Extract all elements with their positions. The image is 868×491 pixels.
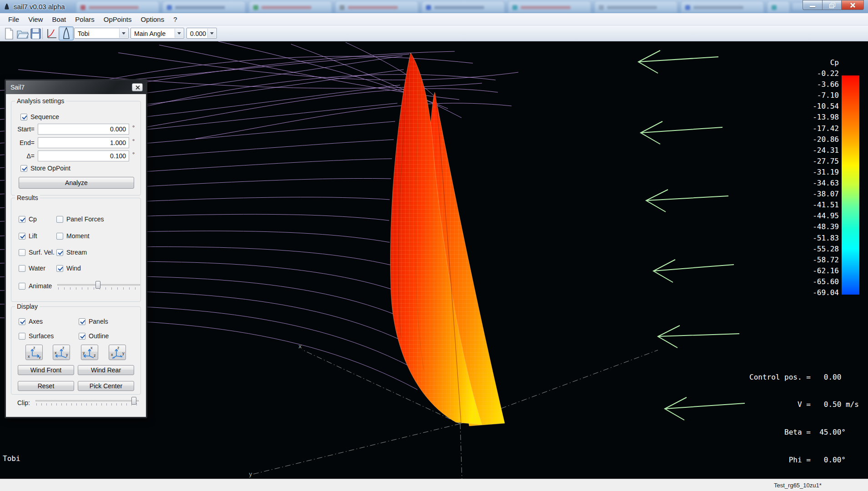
view-3d-button[interactable]: z x y	[109, 345, 126, 360]
panels-checkbox[interactable]	[79, 318, 85, 325]
statusbar: Test_rg65_10zu1*	[0, 479, 868, 491]
cp-legend-value: -17.42	[773, 123, 839, 134]
mode-select[interactable]: Main Angle	[130, 28, 184, 39]
mode-select-value: Main Angle	[134, 30, 166, 37]
panels-label: Panels	[89, 318, 108, 325]
toolbar: Tobi Main Angle 0.000	[0, 25, 868, 41]
menu-oppoints[interactable]: OpPoints	[99, 14, 136, 25]
results-group: Results Cp Panel Forces Lift Moment Surf…	[11, 198, 141, 302]
panel-forces-label: Panel Forces	[66, 215, 104, 223]
reset-button[interactable]: Reset	[18, 381, 74, 391]
delta-unit: °	[132, 151, 135, 158]
cp-legend-value: -24.31	[773, 145, 839, 156]
sail-3d-view-button[interactable]	[59, 26, 74, 40]
titlebar[interactable]: sail7 v0.03 alpha	[0, 0, 868, 13]
cp-legend-value: -44.95	[773, 210, 839, 221]
axes-icon: z x y	[27, 346, 41, 359]
save-icon[interactable]	[30, 28, 41, 41]
stream-checkbox[interactable]	[56, 249, 63, 256]
end-input[interactable]: 1.000	[38, 137, 129, 148]
close-icon	[135, 85, 140, 90]
sequence-checkbox[interactable]	[20, 114, 27, 120]
surf-vel-checkbox[interactable]	[19, 249, 25, 256]
viewport-3d[interactable]: x y Cp -0.22 -3.66 -7.10 -10.54 -13.98 -…	[0, 41, 868, 479]
menu-file[interactable]: File	[4, 14, 24, 25]
svg-text:z: z	[94, 353, 96, 358]
slider-thumb[interactable]	[131, 397, 136, 405]
svg-text:y: y	[66, 352, 68, 357]
view-yz-button[interactable]: z x y	[53, 345, 70, 360]
sequence-label: Sequence	[30, 113, 59, 120]
axes-checkbox[interactable]	[19, 318, 25, 325]
open-folder-icon[interactable]	[16, 28, 29, 41]
phi-line: Phi = 0.00°	[749, 456, 859, 465]
cp-legend-value: -58.72	[773, 255, 839, 266]
surfaces-label: Surfaces	[29, 332, 54, 340]
water-checkbox[interactable]	[19, 265, 25, 272]
wind-front-button[interactable]: Wind Front	[18, 365, 74, 375]
beta-line: Beta = 45.00°	[749, 428, 859, 437]
svg-text:y: y	[39, 355, 41, 359]
restore-button[interactable]	[822, 0, 842, 10]
minimize-icon	[810, 6, 815, 7]
delta-label: Δ=	[11, 152, 35, 160]
minimize-button[interactable]	[803, 0, 822, 10]
start-label: Start=	[11, 125, 35, 133]
dialog-titlebar[interactable]: Sail7	[6, 80, 146, 94]
cp-legend-value: -20.86	[773, 134, 839, 145]
outline-label: Outline	[89, 332, 109, 340]
dialog-close-button[interactable]	[132, 83, 143, 91]
project-file-name: Test_rg65_10zu1*	[774, 482, 822, 489]
outline-checkbox[interactable]	[79, 333, 85, 340]
polar-graph-icon	[46, 28, 58, 40]
window-controls	[803, 0, 864, 11]
view-xy-button[interactable]: x y z	[81, 345, 98, 360]
animate-checkbox[interactable]	[19, 283, 25, 290]
moment-checkbox[interactable]	[56, 233, 63, 240]
cp-checkbox[interactable]	[19, 216, 25, 223]
menu-view[interactable]: View	[24, 14, 47, 25]
slider-thumb[interactable]	[95, 281, 100, 289]
sail7-dialog: Sail7 Analysis settings Sequence Start= …	[5, 79, 147, 418]
cp-legend-title: Cp	[773, 57, 839, 68]
window-title: sail7 v0.03 alpha	[14, 3, 65, 10]
clip-label: Clip:	[17, 399, 33, 406]
start-input[interactable]: 0.000	[38, 124, 129, 135]
menu-polars[interactable]: Polars	[70, 14, 99, 25]
new-document-icon[interactable]	[4, 28, 15, 41]
svg-text:x: x	[90, 346, 93, 350]
lift-checkbox[interactable]	[19, 233, 25, 240]
analyze-button[interactable]: Analyze	[19, 177, 134, 189]
animate-speed-slider[interactable]	[57, 281, 140, 291]
clip-slider[interactable]	[35, 396, 139, 406]
menu-help[interactable]: ?	[169, 14, 181, 25]
svg-text:z: z	[33, 346, 35, 350]
menu-boat[interactable]: Boat	[47, 14, 70, 25]
chevron-down-icon[interactable]	[175, 29, 183, 38]
close-button[interactable]	[842, 0, 864, 10]
pick-center-button[interactable]: Pick Center	[78, 381, 134, 391]
cp-legend-value: -65.60	[773, 276, 839, 287]
store-oppoint-checkbox[interactable]	[20, 165, 27, 172]
chevron-down-icon[interactable]	[119, 29, 128, 38]
wind-checkbox[interactable]	[56, 265, 63, 272]
surfaces-checkbox[interactable]	[19, 333, 25, 340]
cp-legend-value: -41.51	[773, 200, 839, 210]
polar-view-button[interactable]	[44, 26, 59, 40]
boat-select[interactable]: Tobi	[74, 28, 129, 39]
analysis-settings-label: Analysis settings	[15, 97, 66, 105]
velocity-line: V = 0.50 m/s	[749, 400, 859, 409]
lift-label: Lift	[29, 232, 37, 240]
axes-label: Axes	[29, 318, 43, 325]
view-xz-button[interactable]: z x y	[25, 345, 43, 360]
start-value: 0.000	[110, 125, 126, 133]
chevron-down-icon[interactable]	[207, 29, 216, 38]
menu-options[interactable]: Options	[136, 14, 169, 25]
panel-forces-checkbox[interactable]	[56, 216, 63, 223]
wind-rear-button[interactable]: Wind Rear	[78, 365, 134, 375]
delta-input[interactable]: 0.100	[38, 150, 129, 161]
menubar: File View Boat Polars OpPoints Options ?	[0, 13, 868, 25]
x-axis-label: x	[298, 343, 302, 350]
angle-select[interactable]: 0.000	[186, 28, 217, 39]
axes-icon: x y z	[82, 346, 97, 359]
